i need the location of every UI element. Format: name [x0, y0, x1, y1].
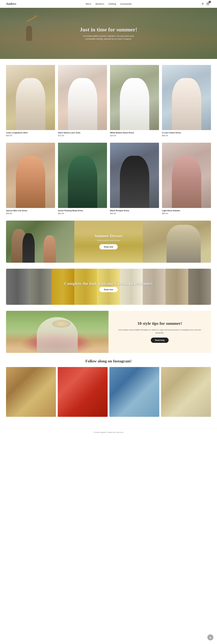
shoe-section-8 — [165, 269, 188, 305]
product-grid-row1: Linen Longsleeve Shirt $45.00 Short Slee… — [6, 65, 211, 137]
product-price-3: $65.00 — [162, 134, 211, 137]
product-name-4: Apricot Mid Line Dress — [6, 210, 55, 212]
product-figure-7 — [172, 156, 201, 208]
blog-text-panel: 10 style tips for summer! Amy shares som… — [109, 311, 211, 353]
product-name-1: Short Sleeve Lace Tunic — [58, 132, 107, 134]
blog-hat — [52, 320, 70, 328]
instagram-title: Follow along on Instagram! — [6, 359, 211, 364]
hero-section: Just in time for summer! Our limited edi… — [0, 8, 217, 59]
shoes-banner-section: Complete the look with our Canvas Beach … — [6, 269, 211, 305]
banner-center-panel: Summer Dresses Find the perfect look for… — [74, 220, 143, 263]
instagram-photo-4[interactable] — [161, 367, 211, 417]
product-price-7: $85.00 — [162, 212, 211, 214]
nav-item-womens[interactable]: Women's — [95, 2, 104, 5]
product-card-2[interactable]: White Button Down Dress $24.00 — [110, 65, 159, 137]
summer-dresses-subtitle: Find the perfect look for you! — [95, 240, 123, 242]
product-name-2: White Button Down Dress — [110, 132, 159, 134]
person-4 — [44, 235, 56, 263]
product-card-1[interactable]: Short Sleeve Lace Tunic $72.00 — [58, 65, 107, 137]
blog-description: Amy shares some helpful thoughts on what… — [116, 328, 203, 335]
svg-point-0 — [202, 3, 203, 4]
product-grid-row2: Apricot Mid Line Dress $49.00 Green Flow… — [6, 143, 211, 214]
product-image-2 — [110, 65, 159, 130]
instagram-grid — [6, 367, 211, 417]
hero-title: Just in time for summer! — [80, 26, 137, 33]
product-price-0: $45.00 — [6, 134, 55, 137]
nav-item-mens[interactable]: Men's — [86, 2, 91, 5]
product-price-1: $72.00 — [58, 134, 107, 137]
shoes-content: Complete the look with our Canvas Beach … — [64, 281, 153, 292]
product-price-5: $83.00 — [58, 212, 107, 214]
shoe-section-2 — [29, 269, 52, 305]
shoes-title: Complete the look with our Canvas Beach … — [64, 281, 153, 286]
product-card-3[interactable]: A-Line Cotton Dress $65.00 — [162, 65, 211, 137]
product-card-6[interactable]: Black Romper Dress $85.00 — [110, 143, 159, 214]
nav-item-clothing[interactable]: Clothing — [108, 2, 116, 5]
nav-actions: 0 — [201, 2, 211, 6]
nav-links: Men's Women's Clothing Accessories — [86, 2, 132, 5]
summer-dresses-title: Summer Dresses — [95, 234, 123, 238]
product-card-5[interactable]: Green Flowing Wrap Dress $83.00 — [58, 143, 107, 214]
product-image-1 — [58, 65, 107, 130]
footer-text: © Anders Apparel • Made with Unbounce — [93, 432, 124, 433]
instagram-photo-3[interactable] — [110, 367, 159, 417]
product-figure-3 — [172, 78, 201, 130]
instagram-section: Follow along on Instagram! — [0, 353, 217, 423]
product-price-4: $49.00 — [6, 212, 55, 214]
hero-subtitle: Our limited edition summer collection. T… — [81, 34, 136, 40]
shoes-cta[interactable]: Shop now — [99, 287, 118, 292]
product-card-4[interactable]: Apricot Mid Line Dress $49.00 — [6, 143, 55, 214]
product-name-0: Linen Longsleeve Shirt — [6, 132, 55, 134]
instagram-photo-1[interactable] — [6, 367, 56, 417]
product-name-3: A-Line Cotton Dress — [162, 132, 211, 134]
hero-content: Just in time for summer! Our limited edi… — [77, 24, 140, 44]
product-image-6 — [110, 143, 159, 208]
product-name-6: Black Romper Dress — [110, 210, 159, 212]
product-price-2: $24.00 — [110, 134, 159, 137]
footer: © Anders Apparel • Made with Unbounce — [0, 429, 217, 436]
read-blog-button[interactable]: Read blog — [151, 338, 169, 343]
summer-dresses-cta[interactable]: Shop now — [99, 244, 118, 250]
product-name-5: Green Flowing Wrap Dress — [58, 210, 107, 212]
blog-title: 10 style tips for summer! — [137, 321, 182, 326]
product-image-0 — [6, 65, 55, 130]
products-row2: Apricot Mid Line Dress $49.00 Green Flow… — [0, 143, 217, 220]
product-card-0[interactable]: Linen Longsleeve Shirt $45.00 — [6, 65, 55, 137]
shoe-section-1 — [6, 269, 29, 305]
product-figure-5 — [68, 156, 97, 208]
summer-dresses-banner: Summer Dresses Find the perfect look for… — [6, 220, 211, 263]
cart-badge: 0 — [208, 1, 211, 3]
user-icon[interactable] — [201, 2, 204, 6]
navbar: Anders Men's Women's Clothing Accessorie… — [0, 0, 217, 8]
product-figure-4 — [16, 156, 45, 208]
shoe-section-9 — [188, 269, 211, 305]
product-figure-0 — [16, 78, 45, 130]
product-image-5 — [58, 143, 107, 208]
person-silhouette — [26, 26, 32, 41]
banner-left-panel — [6, 220, 74, 263]
product-figure-1 — [68, 78, 97, 130]
blog-section: 10 style tips for summer! Amy shares som… — [6, 311, 211, 353]
products-row1: Linen Longsleeve Shirt $45.00 Short Slee… — [0, 59, 217, 143]
product-card-7[interactable]: Light Rose Sweater $85.00 — [162, 143, 211, 214]
product-figure-2 — [120, 78, 149, 130]
blog-image — [6, 311, 109, 353]
site-logo[interactable]: Anders — [6, 2, 16, 6]
person-right — [167, 225, 201, 263]
instagram-photo-2[interactable] — [58, 367, 107, 417]
product-name-7: Light Rose Sweater — [162, 210, 211, 212]
product-price-6: $85.00 — [110, 212, 159, 214]
nav-item-accessories[interactable]: Accessories — [120, 2, 132, 5]
product-image-7 — [162, 143, 211, 208]
banner-right-panel — [143, 220, 211, 263]
product-figure-6 — [120, 156, 149, 208]
product-image-4 — [6, 143, 55, 208]
product-image-3 — [162, 65, 211, 130]
